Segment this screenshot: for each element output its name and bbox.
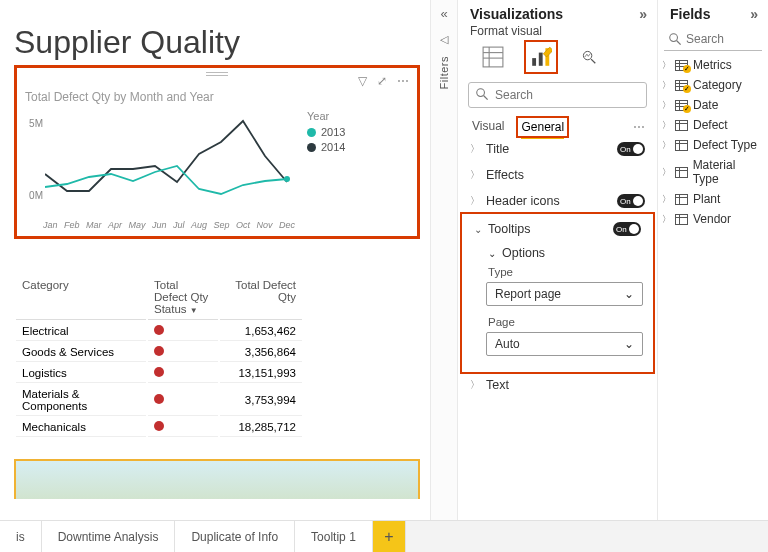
legend-item[interactable]: 2013 — [307, 126, 345, 138]
page-tab[interactable]: is — [0, 521, 42, 552]
more-tabs-icon[interactable]: ⋯ — [633, 120, 645, 134]
cell-status — [148, 385, 218, 416]
cell-status — [148, 418, 218, 437]
collapse-panel-icon[interactable]: » — [639, 6, 647, 22]
cell-qty: 3,753,994 — [220, 385, 302, 416]
filters-funnel-icon: ◁ — [440, 27, 448, 52]
cell-category: Mechanicals — [16, 418, 146, 437]
table-row[interactable]: Electrical1,653,462 — [16, 322, 302, 341]
report-canvas[interactable]: Supplier Quality ▽ ⤢ ⋯ Total Defect Qty … — [0, 0, 430, 520]
tab-visual[interactable]: Visual — [472, 119, 504, 136]
xaxis-tick: Jul — [173, 220, 185, 230]
table-row[interactable]: Logistics13,151,993 — [16, 364, 302, 383]
property-tooltips[interactable]: ⌄Tooltips On — [462, 216, 653, 242]
chevron-right-icon: 〉 — [662, 99, 671, 112]
expand-filters-icon[interactable]: « — [440, 0, 447, 27]
status-dot-icon — [154, 346, 164, 356]
category-table[interactable]: Category Total Defect Qty Status ▼ Total… — [14, 273, 304, 439]
filters-pane-collapsed[interactable]: « ◁ Filters — [430, 0, 458, 520]
svg-point-10 — [477, 89, 485, 97]
page-tab[interactable]: Duplicate of Info — [175, 521, 295, 552]
field-label: Vendor — [693, 212, 731, 226]
property-title[interactable]: 〉Title On — [458, 136, 657, 162]
chevron-right-icon: 〉 — [662, 193, 671, 206]
sort-caret-icon: ▼ — [190, 306, 198, 315]
cell-category: Materials & Components — [16, 385, 146, 416]
cell-qty: 3,356,864 — [220, 343, 302, 362]
format-visual-icon[interactable] — [528, 44, 554, 70]
title-toggle[interactable]: On — [617, 142, 645, 156]
filter-icon[interactable]: ▽ — [358, 74, 367, 88]
chevron-down-icon: ⌄ — [488, 248, 496, 259]
add-page-button[interactable]: + — [373, 521, 406, 552]
field-label: Defect Type — [693, 138, 757, 152]
table-row[interactable]: Goods & Services3,356,864 — [16, 343, 302, 362]
field-table-item[interactable]: 〉✓Metrics — [658, 55, 768, 75]
map-visual[interactable] — [14, 459, 420, 499]
field-table-item[interactable]: 〉Material Type — [658, 155, 768, 189]
legend-item[interactable]: 2014 — [307, 141, 345, 153]
xaxis-tick: Jun — [152, 220, 167, 230]
property-effects[interactable]: 〉Effects — [458, 162, 657, 188]
table-header[interactable]: Total Defect Qty — [220, 275, 302, 320]
table-row[interactable]: Materials & Components3,753,994 — [16, 385, 302, 416]
xaxis-tick: Jan — [43, 220, 58, 230]
field-table-item[interactable]: 〉Defect Type — [658, 135, 768, 155]
page-tab[interactable]: Tooltip 1 — [295, 521, 373, 552]
svg-point-12 — [670, 34, 678, 42]
chevron-right-icon: 〉 — [662, 119, 671, 132]
legend-label: 2013 — [321, 126, 345, 138]
chart-visual[interactable]: ▽ ⤢ ⋯ Total Defect Qty by Month and Year… — [14, 65, 420, 239]
field-table-item[interactable]: 〉✓Date — [658, 95, 768, 115]
tooltips-section: ⌄Tooltips On ⌄Options Type Report page⌄ … — [462, 214, 653, 372]
svg-rect-6 — [539, 53, 543, 66]
analytics-icon[interactable] — [576, 44, 602, 70]
build-visual-icon[interactable] — [480, 44, 506, 70]
page-tabs: is Downtime Analysis Duplicate of Info T… — [0, 520, 768, 552]
field-table-item[interactable]: 〉Vendor — [658, 209, 768, 229]
field-table-item[interactable]: 〉Defect — [658, 115, 768, 135]
filters-label: Filters — [438, 56, 450, 89]
tooltips-toggle[interactable]: On — [613, 222, 641, 236]
tooltip-type-label: Type — [462, 264, 653, 280]
page-tab[interactable]: Downtime Analysis — [42, 521, 176, 552]
xaxis: JanFebMarAprMayJunJulAugSepOctNovDec — [43, 220, 295, 230]
chevron-right-icon: 〉 — [470, 168, 480, 182]
property-header-icons[interactable]: 〉Header icons On — [458, 188, 657, 214]
format-search-input[interactable] — [468, 82, 647, 108]
status-dot-icon — [154, 421, 164, 431]
collapse-fields-icon[interactable]: » — [750, 6, 758, 22]
chevron-right-icon: 〉 — [662, 166, 671, 179]
chevron-down-icon: ⌄ — [474, 224, 482, 235]
table-header[interactable]: Category — [16, 275, 146, 320]
cell-category: Electrical — [16, 322, 146, 341]
legend-dot-icon — [307, 143, 316, 152]
table-icon: ✓ — [675, 60, 688, 71]
table-icon: ✓ — [675, 80, 688, 91]
more-options-icon[interactable]: ⋯ — [397, 74, 409, 88]
property-text[interactable]: 〉Text — [458, 372, 657, 398]
xaxis-tick: Aug — [191, 220, 207, 230]
field-table-item[interactable]: 〉✓Category — [658, 75, 768, 95]
xaxis-tick: Oct — [236, 220, 250, 230]
tooltip-page-dropdown[interactable]: Auto⌄ — [486, 332, 643, 356]
cell-status — [148, 343, 218, 362]
tooltips-options-header[interactable]: ⌄Options — [462, 242, 653, 264]
legend-dot-icon — [307, 128, 316, 137]
page-title: Supplier Quality — [14, 24, 420, 61]
table-header[interactable]: Total Defect Qty Status ▼ — [148, 275, 218, 320]
table-row[interactable]: Mechanicals18,285,712 — [16, 418, 302, 437]
drag-handle-icon[interactable] — [206, 72, 228, 76]
chevron-right-icon: 〉 — [470, 378, 480, 392]
table-icon — [675, 214, 688, 225]
status-dot-icon — [154, 325, 164, 335]
xaxis-tick: Mar — [86, 220, 102, 230]
fields-panel: Fields » 〉✓Metrics〉✓Category〉✓Date〉Defec… — [658, 0, 768, 520]
focus-mode-icon[interactable]: ⤢ — [377, 74, 387, 88]
field-table-item[interactable]: 〉Plant — [658, 189, 768, 209]
header-icons-toggle[interactable]: On — [617, 194, 645, 208]
svg-line-11 — [484, 96, 488, 100]
chevron-down-icon: ⌄ — [624, 337, 634, 351]
tooltip-type-dropdown[interactable]: Report page⌄ — [486, 282, 643, 306]
cell-qty: 1,653,462 — [220, 322, 302, 341]
